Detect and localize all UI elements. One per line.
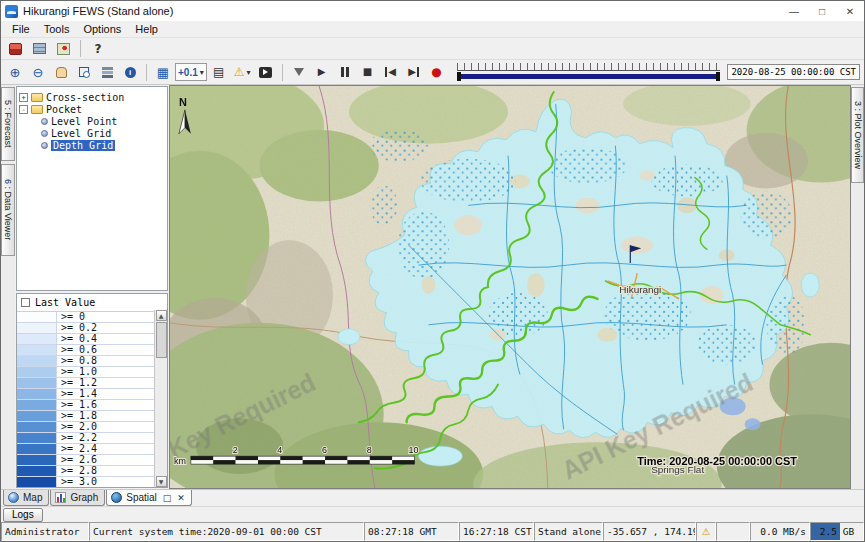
- scroll-thumb[interactable]: [156, 322, 167, 358]
- zoom-in-button[interactable]: ⊕: [4, 62, 26, 82]
- status-local-time: 16:27:18 CST: [459, 522, 534, 541]
- record-icon: ●: [431, 66, 441, 78]
- last-value-checkbox[interactable]: [21, 298, 30, 307]
- legend-scrollbar[interactable]: ▲ ▼: [154, 310, 167, 487]
- legend-label: >= 0.2: [57, 323, 97, 333]
- time-range-bar[interactable]: [457, 74, 721, 79]
- legend-label: >= 1.4: [57, 389, 97, 399]
- data-viewer-panel: + Cross-section - Pocket Level Point Lev…: [15, 85, 169, 489]
- menu-file[interactable]: File: [5, 23, 37, 35]
- legend-color-swatch: [17, 367, 57, 377]
- help-button[interactable]: ?: [87, 39, 109, 59]
- map-time-label: Time: 2020-08-25 00:00:00 CST: [637, 455, 797, 467]
- tree-item-depth-grid[interactable]: Depth Grid: [41, 139, 165, 151]
- legend-color-swatch: [17, 400, 57, 410]
- legend-label: >= 2.2: [57, 433, 97, 443]
- warning-icon: ⚠: [234, 65, 245, 79]
- tab-spatial[interactable]: Spatial □ ✕: [106, 490, 192, 506]
- map-viewport[interactable]: API Key Required API Key Required Hikura…: [169, 85, 851, 489]
- profile-button[interactable]: ▤: [208, 62, 230, 82]
- menu-options[interactable]: Options: [76, 23, 128, 35]
- legend-label: >= 0: [57, 312, 85, 322]
- sidebar-tab-data-viewer[interactable]: 6 : Data Viewer: [1, 164, 15, 256]
- map-document-icon: [57, 43, 70, 55]
- window-title: Hikurangi FEWS (Stand alone): [23, 5, 780, 17]
- svg-text:N: N: [179, 96, 187, 108]
- minimize-button[interactable]: —: [780, 1, 808, 21]
- threshold-warning-combo[interactable]: ⚠ ▾: [231, 63, 254, 81]
- legend-row[interactable]: >= 3.0: [17, 477, 154, 487]
- restore-tab-icon[interactable]: □: [163, 493, 172, 503]
- left-tab-strip: 5 : Forecast 6 : Data Viewer: [1, 85, 15, 489]
- step-forward-button[interactable]: ▶: [403, 62, 425, 82]
- maximize-button[interactable]: □: [808, 1, 836, 21]
- globe-icon: [8, 492, 19, 503]
- status-network-speed: 0.0 MB/s: [750, 522, 810, 541]
- tab-map[interactable]: Map: [3, 490, 49, 506]
- zoom-out-button[interactable]: ⊖: [27, 62, 49, 82]
- scroll-up-icon[interactable]: ▲: [156, 310, 167, 321]
- spatial-icon: [111, 492, 122, 503]
- tab-label: Graph: [70, 492, 98, 503]
- pan-button[interactable]: [50, 62, 72, 82]
- close-tab-icon[interactable]: ✕: [177, 493, 185, 503]
- marker-drop-button[interactable]: [288, 62, 310, 82]
- map-canvas[interactable]: API Key Required API Key Required Hikura…: [170, 86, 850, 488]
- menu-tools[interactable]: Tools: [37, 23, 77, 35]
- legend-color-swatch: [17, 356, 57, 366]
- chevron-down-icon: ▾: [200, 68, 204, 77]
- status-coordinates: -35.657 , 174.199: [603, 522, 696, 541]
- toolbar-separator: [146, 64, 147, 81]
- time-slider[interactable]: [457, 63, 721, 81]
- node-bullet-icon: [41, 118, 48, 125]
- status-memory[interactable]: 2.5 GB: [810, 522, 864, 541]
- tree-item-cross-section[interactable]: + Cross-section: [19, 91, 165, 103]
- step-forward-icon: ▶: [408, 67, 419, 77]
- info-button[interactable]: i: [119, 62, 141, 82]
- plumb-icon: [294, 68, 304, 76]
- expand-icon[interactable]: +: [19, 93, 28, 102]
- animation-button[interactable]: [255, 62, 277, 82]
- tree-item-level-point[interactable]: Level Point: [41, 115, 165, 127]
- legend-color-swatch: [17, 455, 57, 465]
- time-ruler: [457, 63, 721, 71]
- database-icon: [9, 43, 22, 55]
- stop-button[interactable]: ■: [357, 62, 379, 82]
- database-button[interactable]: [4, 39, 26, 59]
- scroll-down-icon[interactable]: ▼: [156, 476, 167, 487]
- collapse-icon[interactable]: -: [19, 105, 28, 114]
- status-spacer: [716, 522, 750, 541]
- pause-button[interactable]: [334, 62, 356, 82]
- record-button[interactable]: ●: [426, 62, 448, 82]
- layer-tree: + Cross-section - Pocket Level Point Lev…: [16, 86, 168, 291]
- node-bullet-icon: [41, 130, 48, 137]
- legend-panel: Last Value >= 0 >= 0.2 >= 0.4 >= 0.6 >= …: [16, 293, 168, 488]
- logs-button[interactable]: Logs: [3, 508, 43, 522]
- menu-help[interactable]: Help: [128, 23, 165, 35]
- play-button[interactable]: ▶: [311, 62, 333, 82]
- tree-item-pocket[interactable]: - Pocket: [19, 103, 165, 115]
- zoom-extent-button[interactable]: [73, 62, 95, 82]
- status-gmt-time: 08:27:18 GMT: [364, 522, 459, 541]
- tab-graph[interactable]: Graph: [50, 490, 105, 506]
- class-interval-combo[interactable]: +0.1 ▾: [175, 63, 207, 81]
- storage-button[interactable]: [28, 39, 50, 59]
- legend-label: >= 2.0: [57, 422, 97, 432]
- help-icon: ?: [95, 43, 102, 55]
- step-back-button[interactable]: ◀: [380, 62, 402, 82]
- close-button[interactable]: ✕: [836, 1, 864, 21]
- legend-label: >= 3.0: [57, 477, 97, 487]
- app-window: Hikurangi FEWS (Stand alone) — □ ✕ File …: [0, 0, 865, 542]
- sidebar-tab-plot-overview[interactable]: 3 : Plot Overview: [851, 87, 864, 183]
- legend-header: Last Value: [17, 294, 167, 311]
- map-document-button[interactable]: [52, 39, 74, 59]
- sidebar-tab-forecast[interactable]: 5 : Forecast: [1, 87, 15, 161]
- tree-item-level-grid[interactable]: Level Grid: [41, 127, 165, 139]
- grid-display-button[interactable]: ▦: [152, 62, 174, 82]
- legend-label: >= 2.4: [57, 444, 97, 454]
- status-warning-icon[interactable]: ⚠: [696, 522, 716, 541]
- main-toolbar: ?: [1, 38, 864, 60]
- titlebar: Hikurangi FEWS (Stand alone) — □ ✕: [1, 1, 864, 21]
- layers-button[interactable]: [96, 62, 118, 82]
- zoom-out-icon: ⊖: [33, 66, 44, 79]
